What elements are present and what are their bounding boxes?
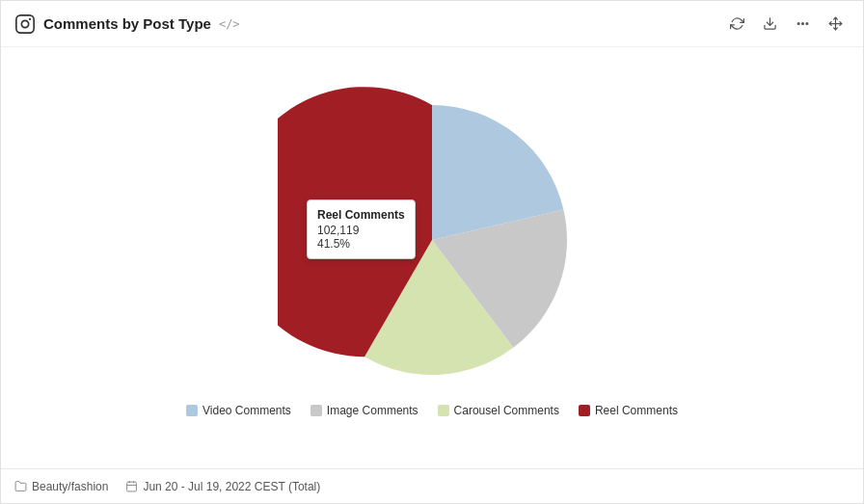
legend-label-reel: Reel Comments: [595, 404, 678, 417]
download-button[interactable]: [755, 10, 784, 39]
calendar-icon: [125, 480, 138, 492]
legend-item-image: Image Comments: [310, 404, 418, 417]
svg-point-5: [801, 23, 803, 25]
chart-legend: Video Comments Image Comments Carousel C…: [186, 394, 678, 431]
refresh-icon: [730, 16, 744, 31]
footer-account: Beauty/fashion: [14, 480, 108, 493]
code-badge: </>: [219, 17, 240, 31]
legend-label-carousel: Carousel Comments: [454, 404, 559, 417]
legend-dot-carousel: [438, 405, 449, 416]
legend-item-carousel: Carousel Comments: [438, 404, 559, 417]
pie-svg: [278, 86, 586, 394]
svg-point-1: [21, 20, 28, 27]
download-icon: [763, 16, 777, 31]
svg-point-2: [29, 17, 31, 19]
widget-container: Comments by Post Type </>: [1, 1, 863, 503]
header-actions: [722, 10, 850, 39]
move-icon: [828, 16, 843, 31]
svg-rect-0: [16, 14, 34, 32]
legend-label-image: Image Comments: [327, 404, 418, 417]
widget-header: Comments by Post Type </>: [1, 1, 863, 47]
folder-icon: [14, 480, 27, 492]
legend-item-video: Video Comments: [186, 404, 291, 417]
legend-dot-reel: [579, 405, 590, 416]
date-range-text: Jun 20 - Jul 19, 2022 CEST (Total): [143, 480, 320, 493]
svg-point-6: [806, 23, 808, 25]
account-name: Beauty/fashion: [32, 480, 108, 493]
move-button[interactable]: [821, 10, 850, 39]
footer-date-range: Jun 20 - Jul 19, 2022 CEST (Total): [125, 480, 320, 493]
instagram-icon: [14, 13, 36, 35]
chart-area: Reel Comments 102,119 41.5% Video Commen…: [1, 47, 863, 468]
more-button[interactable]: [788, 10, 817, 39]
widget-title: Comments by Post Type: [43, 15, 211, 32]
legend-label-video: Video Comments: [202, 404, 291, 417]
legend-item-reel: Reel Comments: [579, 404, 678, 417]
legend-dot-image: [310, 405, 322, 416]
header-left: Comments by Post Type </>: [14, 13, 240, 35]
refresh-button[interactable]: [722, 10, 751, 39]
svg-rect-9: [127, 482, 137, 491]
svg-point-4: [797, 23, 799, 25]
pie-chart: Reel Comments 102,119 41.5%: [278, 86, 586, 394]
widget-footer: Beauty/fashion Jun 20 - Jul 19, 2022 CES…: [1, 468, 863, 503]
legend-dot-video: [186, 405, 198, 416]
more-icon: [796, 16, 810, 31]
